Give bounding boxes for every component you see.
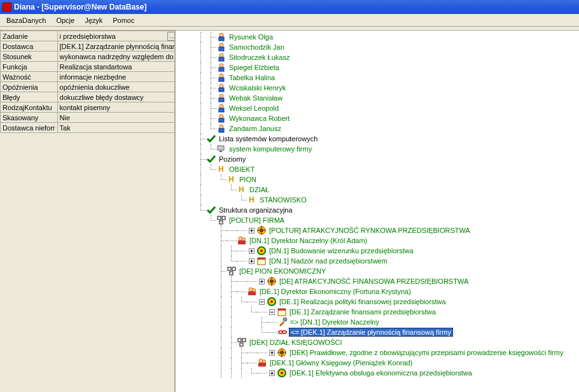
property-value[interactable]: wykonawca nadrzędny względem do [57,52,176,62]
ellipsis-button[interactable]: … [167,32,176,41]
menu-bazadanych[interactable]: BazaDanych [1,15,51,25]
tree-item[interactable]: HOBIEKT [176,164,579,174]
tree-expander[interactable] [259,279,265,284]
property-label: Funkcja [1,62,58,72]
menu-opcje[interactable]: Opcje [51,15,80,25]
property-value[interactable]: Realizacja standartowa [57,62,176,72]
tree-item[interactable]: Webak Stanisław [176,93,579,103]
tree-item[interactable]: [POLTUR] ATRAKCYJNOŚĆ RYNKOWA PRZEDSIĘBI… [176,225,579,235]
tree-item[interactable]: [DE.1] Zarządzanie finansami przedsiębio… [176,307,579,317]
cal-icon [277,307,287,317]
property-value[interactable]: kontakt pisemny [57,102,176,113]
tree-item-label: [DEK.1] Główny Księgowy (Pieniążek Konra… [269,359,414,367]
tree-item-label: [DEK] Prawidłowe, zgodne z obowiązującym… [288,349,564,356]
tree-item[interactable]: HDZIAŁ [176,185,579,195]
person-icon [216,93,227,103]
tree-expander[interactable] [249,248,255,254]
svg-point-14 [220,104,223,108]
tree-item[interactable]: [DE.1] Dyrektor Ekonomiczny (Fortuna Kry… [176,286,579,297]
svg-point-54 [283,318,287,321]
H-icon: H [237,185,247,195]
property-value[interactable]: informacje niezbędne [57,72,176,82]
property-value[interactable]: [DEK.1] Zarządzanie płynnością finan [57,41,176,52]
svg-point-6 [220,64,223,67]
tree-item-label: Wciskalski Henryk [228,84,287,92]
tree-item[interactable]: Wykonawca Robert [176,113,579,123]
svg-text:H: H [228,175,234,184]
H-icon: H [216,164,227,174]
tree-item-label: Zandarm Janusz [228,125,283,132]
tree-item[interactable]: Sitodruczek Łukasz [176,52,579,62]
svg-rect-49 [248,291,256,295]
tree-expander[interactable] [259,299,265,305]
tree-item-label: OBIEKT [228,165,256,173]
tree-item[interactable]: Poziomy [176,154,579,164]
property-row: Dostawca nieforrTak [1,123,176,133]
link-icon [277,327,288,337]
person-icon [216,52,227,62]
property-value[interactable]: Tak [57,123,176,133]
svg-text:H: H [249,195,255,204]
tree-item[interactable]: [DE.1] Realizacja polityki finansowej pr… [176,297,579,307]
svg-rect-53 [278,309,286,311]
property-value[interactable]: opóźnienia dokuczliwe [57,82,176,92]
tree-item[interactable]: HPION [176,174,579,185]
tree-item-label: Weksel Leopold [228,104,280,112]
property-row: Ważnośćinformacje niezbędne [1,72,176,82]
tree-expander[interactable] [249,228,255,234]
tree-item-label: [POLTUR] FIRMA [228,216,286,224]
tree-item-label: Struktura organizacyjna [218,206,294,214]
app-icon [3,3,11,11]
tree-item[interactable]: [DEK.1] Główny Księgowy (Pieniążek Konra… [176,358,579,368]
tree-item[interactable]: [DN.1] Nadzór nad przedsiębiorstwem [176,256,579,266]
tree-item[interactable]: [DEK.1] Efektywna obsługa ekonomiczna pr… [176,368,579,378]
tree-item-label: [DN.1] Dyrektor Naczelny (Król Adam) [248,237,368,244]
menubar: BazaDanych Opcje Język Pomoc [0,14,579,27]
tree-item[interactable]: => [DN.1] Dyrektor Naczelny [176,317,579,327]
person-icon [216,73,227,83]
tree-item[interactable]: [DE] ATRAKCYJNOŚĆ FINANSOWA PRZEDSIĘBIOR… [176,276,579,286]
menu-jezyk[interactable]: Język [80,15,108,25]
property-label: Stosunek [1,52,58,62]
tree-item-label: Spiegel Elżbieta [228,64,281,71]
tree-item-label: system komputerowy firmy [228,145,313,153]
svg-rect-11 [219,88,224,92]
property-value[interactable]: dokuczliwe błędy dostawcy [57,92,176,102]
svg-point-12 [220,94,223,98]
tree-item[interactable]: [DN.1] Dyrektor Naczelny (Król Adam) [176,235,579,246]
tree-item[interactable]: Tabelka Halina [176,73,579,83]
tree-item[interactable]: Weksel Leopold [176,103,579,113]
svg-point-33 [239,237,242,241]
tree-expander[interactable] [269,309,275,315]
tree-item[interactable]: <= [DEK.1] Zarządzanie płynnością finans… [176,327,579,337]
tree-expander[interactable] [269,350,275,356]
tree-item[interactable]: Zandarm Janusz [176,123,579,134]
tree-item[interactable]: [DEK] Prawidłowe, zgodne z obowiązującym… [176,347,579,358]
tree-item[interactable]: Rysunek Olga [176,32,579,42]
org-icon [237,337,247,347]
property-value[interactable]: i przedsiębiorstwa… [57,31,176,41]
tree-item-label: Tabelka Halina [228,74,276,81]
tree-item[interactable]: [POLTUR] FIRMA [176,215,579,225]
tools-icon [277,317,288,327]
property-label: Zadanie [1,31,58,41]
menu-pomoc[interactable]: Pomoc [108,15,139,25]
main-area: Zadaniei przedsiębiorstwa…Dostawca[DEK.1… [0,31,579,392]
tree-expander[interactable] [249,258,255,264]
tree-item[interactable]: [DEK] DZIAŁ KSIĘGOWOŚCI [176,337,579,347]
property-value[interactable]: Nie [57,113,176,123]
tree-item[interactable]: Wciskalski Henryk [176,83,579,93]
tree-item[interactable]: Samochodzik Jan [176,42,579,52]
tree-item[interactable]: Spiegel Elżbieta [176,62,579,73]
tree-item-label: [DEK] DZIAŁ KSIĘGOWOŚCI [248,339,343,346]
check-icon [206,154,216,164]
tree-item[interactable]: system komputerowy firmy [176,144,579,154]
person-icon [216,42,227,52]
tree-panel[interactable]: Rysunek OlgaSamochodzik JanSitodruczek Ł… [176,31,579,392]
tree-item[interactable]: [DE] PION EKONOMICZNY [176,266,579,276]
tree-expander[interactable] [269,370,275,376]
tree-item[interactable]: Struktura organizacyjna [176,205,579,215]
tree-item[interactable]: [DN.1] Budowanie wizerunku przedsiębiors… [176,246,579,256]
tree-item[interactable]: HSTANOWISKO [176,195,579,205]
tree-item[interactable]: Lista systemów komputerowych [176,134,579,144]
